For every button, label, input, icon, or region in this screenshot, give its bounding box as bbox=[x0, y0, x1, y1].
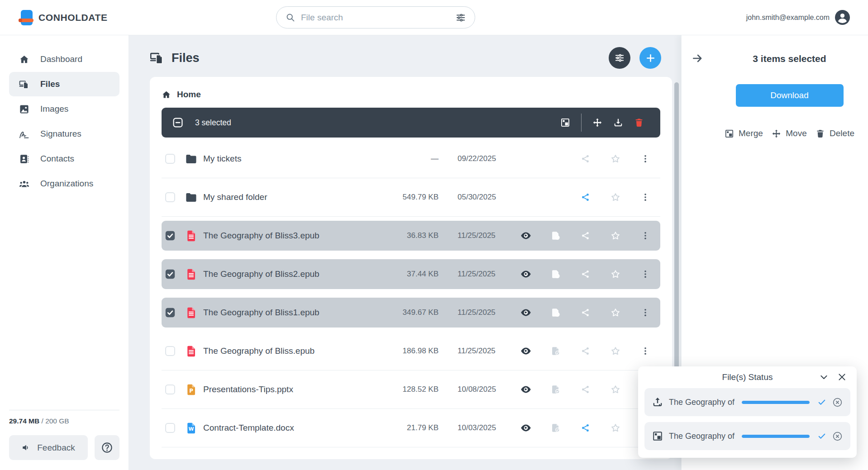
delete-icon[interactable] bbox=[629, 118, 649, 128]
share-icon[interactable] bbox=[571, 187, 601, 207]
file-check-icon[interactable] bbox=[541, 418, 571, 438]
kebab-menu-icon[interactable] bbox=[630, 226, 660, 246]
row-checkbox[interactable] bbox=[165, 192, 175, 202]
help-button[interactable] bbox=[95, 435, 119, 460]
kebab-menu-icon[interactable] bbox=[630, 303, 660, 323]
file-search-bar[interactable] bbox=[276, 6, 475, 28]
preview-eye-icon[interactable] bbox=[511, 226, 541, 246]
preview-eye-icon[interactable] bbox=[511, 341, 541, 361]
view-settings-button[interactable] bbox=[609, 47, 630, 69]
share-icon[interactable] bbox=[571, 418, 601, 438]
user-avatar-icon[interactable] bbox=[835, 10, 850, 25]
search-filters-icon[interactable] bbox=[456, 13, 466, 23]
sidebar-item-images[interactable]: Images bbox=[9, 97, 119, 121]
kebab-menu-icon[interactable] bbox=[630, 187, 660, 207]
user-menu[interactable]: john.smith@example.com bbox=[746, 10, 850, 25]
preview-eye-icon[interactable] bbox=[511, 264, 541, 284]
file-name[interactable]: The Geography of Bliss.epub bbox=[203, 346, 384, 356]
move-icon[interactable] bbox=[587, 118, 608, 128]
download-button[interactable]: Download bbox=[736, 84, 844, 107]
row-checkbox[interactable] bbox=[165, 154, 175, 164]
share-icon[interactable] bbox=[571, 149, 601, 169]
star-icon[interactable] bbox=[601, 380, 630, 399]
row-checkbox-checked[interactable] bbox=[164, 307, 176, 318]
add-button[interactable] bbox=[639, 47, 661, 69]
file-row[interactable]: The Geography of Bliss2.epub37.44 KB11/2… bbox=[162, 259, 660, 289]
sidebar-item-files[interactable]: Files bbox=[9, 72, 119, 96]
row-checkbox-checked[interactable] bbox=[164, 230, 176, 242]
sidebar-item-organizations[interactable]: Organizations bbox=[9, 171, 119, 196]
kebab-menu-icon[interactable] bbox=[630, 264, 660, 284]
file-row[interactable]: My tickets—09/22/2025 bbox=[162, 144, 660, 174]
collapse-panel-button[interactable] bbox=[692, 52, 703, 64]
kebab-menu-icon[interactable] bbox=[630, 341, 660, 361]
file-row[interactable]: PPresentations-Tips.pptx128.52 KB10/08/2… bbox=[162, 375, 660, 404]
download-icon[interactable] bbox=[608, 118, 629, 128]
collapse-popup-button[interactable] bbox=[819, 372, 829, 382]
feedback-button[interactable]: Feedback bbox=[9, 435, 88, 460]
sidebar-item-contacts[interactable]: Contacts bbox=[9, 147, 119, 171]
share-icon[interactable] bbox=[571, 226, 601, 246]
preview-eye-icon[interactable] bbox=[511, 418, 541, 438]
share-icon[interactable] bbox=[571, 303, 601, 323]
breadcrumb[interactable]: Home bbox=[162, 85, 660, 104]
star-icon[interactable] bbox=[601, 418, 630, 438]
row-checkbox[interactable] bbox=[165, 423, 175, 433]
share-icon[interactable] bbox=[571, 380, 601, 399]
file-check-icon[interactable] bbox=[541, 303, 571, 323]
delete-action-button[interactable]: Delete bbox=[816, 128, 854, 138]
file-row[interactable]: WContract-Template.docx21.79 KB10/03/202… bbox=[162, 413, 660, 443]
file-size: 349.67 KB bbox=[384, 308, 439, 317]
sidebar-item-dashboard[interactable]: Dashboard bbox=[9, 47, 119, 71]
row-checkbox[interactable] bbox=[165, 346, 175, 356]
file-name[interactable]: The Geography of Bliss2.epub bbox=[203, 269, 384, 279]
merge-icon[interactable] bbox=[555, 118, 576, 128]
check-icon bbox=[817, 432, 826, 441]
star-icon[interactable] bbox=[601, 264, 630, 284]
sidebar-item-signatures[interactable]: Signatures bbox=[9, 122, 119, 146]
file-row[interactable]: The Geography of Bliss3.epub36.83 KB11/2… bbox=[162, 221, 660, 251]
close-popup-button[interactable] bbox=[837, 372, 847, 382]
star-icon[interactable] bbox=[601, 341, 630, 361]
share-icon[interactable] bbox=[571, 264, 601, 284]
share-icon[interactable] bbox=[571, 341, 601, 361]
cancel-circle-icon[interactable] bbox=[832, 431, 843, 442]
kebab-menu-icon[interactable] bbox=[630, 149, 660, 169]
move-action-button[interactable]: Move bbox=[772, 128, 806, 138]
file-name[interactable]: Presentations-Tips.pptx bbox=[203, 385, 384, 394]
file-name[interactable]: My shared folder bbox=[203, 192, 384, 202]
file-check-icon[interactable] bbox=[541, 226, 571, 246]
file-name[interactable]: My tickets bbox=[203, 154, 384, 164]
svg-text:W: W bbox=[188, 426, 194, 432]
row-checkbox[interactable] bbox=[165, 385, 175, 394]
file-check-icon[interactable] bbox=[541, 341, 571, 361]
feedback-label: Feedback bbox=[37, 443, 75, 453]
scrollbar[interactable] bbox=[674, 82, 679, 372]
row-checkbox-checked[interactable] bbox=[164, 268, 176, 280]
file-name[interactable]: The Geography of Bliss3.epub bbox=[203, 231, 384, 241]
file-date: 11/25/2025 bbox=[458, 347, 511, 356]
storage-usage: 29.74 MB / 200 GB bbox=[9, 410, 119, 425]
file-row[interactable]: The Geography of Bliss.epub186.98 KB11/2… bbox=[162, 336, 660, 366]
file-row[interactable]: My shared folder549.79 KB05/30/2025 bbox=[162, 182, 660, 212]
file-check-icon[interactable] bbox=[541, 264, 571, 284]
select-all-checkbox[interactable] bbox=[172, 117, 183, 128]
epub-file-icon bbox=[185, 230, 197, 242]
status-item: The Geography of Bli... bbox=[644, 388, 850, 416]
brand-logo[interactable]: CONHOLDATE bbox=[18, 8, 108, 27]
file-name[interactable]: Contract-Template.docx bbox=[203, 423, 384, 433]
preview-eye-icon[interactable] bbox=[511, 380, 541, 399]
file-name[interactable]: The Geography of Bliss1.epub bbox=[203, 308, 384, 318]
star-icon[interactable] bbox=[601, 303, 630, 323]
merge-icon bbox=[725, 129, 734, 138]
file-row[interactable]: The Geography of Bliss1.epub349.67 KB11/… bbox=[162, 298, 660, 328]
search-input[interactable] bbox=[301, 13, 450, 23]
preview-eye-icon[interactable] bbox=[511, 303, 541, 323]
star-icon[interactable] bbox=[601, 149, 630, 169]
merge-action-button[interactable]: Merge bbox=[725, 128, 763, 138]
file-check-icon[interactable] bbox=[541, 380, 571, 399]
star-icon[interactable] bbox=[601, 187, 630, 207]
home-icon[interactable] bbox=[162, 90, 171, 100]
star-icon[interactable] bbox=[601, 226, 630, 246]
cancel-circle-icon[interactable] bbox=[832, 397, 843, 408]
